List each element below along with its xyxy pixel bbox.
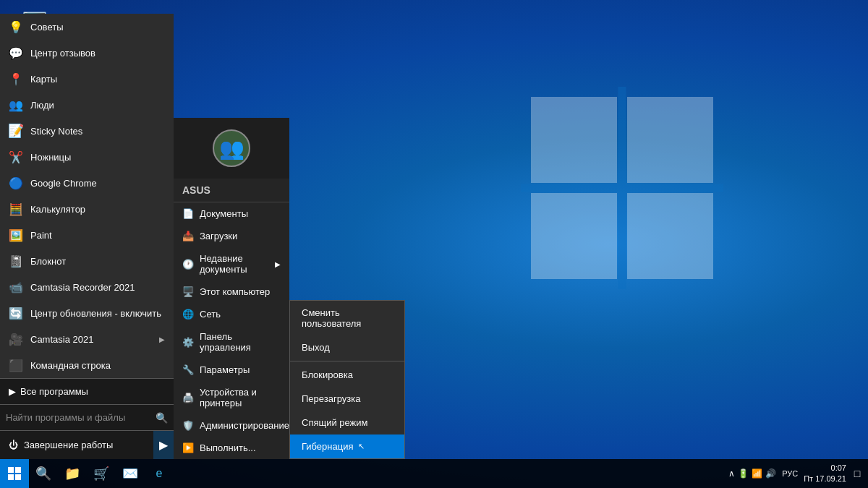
menu-item-camtasia[interactable]: 🎥 Camtasia 2021: [0, 326, 174, 352]
svg-rect-7: [15, 467, 21, 473]
taskbar-tray: ∧ 🔋 📶 🔊: [728, 468, 776, 479]
taskbar-edge-button[interactable]: e: [145, 459, 174, 488]
search-taskbar-icon: 🔍: [35, 466, 51, 481]
calc-icon: 🧮: [9, 202, 23, 216]
power-divider: [290, 361, 404, 361]
start-menu: 💡 Советы 💬 Центр отзывов 📍 Карты 👥 Люди …: [0, 14, 174, 459]
store-icon: 🛒: [93, 466, 109, 481]
settings-icon: 🔧: [182, 364, 194, 375]
taskbar-store-button[interactable]: 🛒: [87, 459, 116, 488]
start-button[interactable]: [0, 459, 29, 488]
switch-user-button[interactable]: Сменить пользователя: [290, 301, 404, 335]
taskbar-mail-button[interactable]: ✉️: [116, 459, 145, 488]
mail-icon: ✉️: [122, 466, 138, 481]
right-downloads[interactable]: 📥 Загрузки: [174, 225, 289, 247]
svg-rect-5: [618, 87, 626, 289]
power-icon: ⏻: [9, 440, 18, 450]
sleep-button[interactable]: Спящий режим: [290, 411, 404, 435]
arrow-right-icon: ▶: [159, 438, 168, 452]
camtasia-icon: 🎥: [9, 332, 23, 346]
windows-logo-watermark: [521, 87, 723, 289]
menu-item-chrome[interactable]: 🔵 Google Chrome: [0, 170, 174, 196]
volume-icon: 🔊: [765, 468, 776, 479]
people-icon: 👥: [9, 98, 23, 112]
svg-rect-8: [8, 474, 14, 480]
update-icon: 🔄: [9, 306, 23, 320]
feedback-icon: 💬: [9, 46, 23, 60]
menu-item-scissors[interactable]: ✂️ Ножницы: [0, 144, 174, 170]
notification-area[interactable]: □: [852, 459, 862, 488]
scissors-icon: ✂️: [9, 150, 23, 164]
camtasia-rec-icon: 📹: [9, 280, 23, 294]
svg-rect-3: [627, 193, 713, 279]
shutdown-arrow-button[interactable]: ▶: [153, 431, 174, 459]
downloads-icon: 📥: [182, 231, 194, 241]
restart-button[interactable]: Перезагрузка: [290, 387, 404, 411]
right-network[interactable]: 🌐 Сеть: [174, 303, 289, 325]
shutdown-button[interactable]: ⏻ Завершение работы: [0, 432, 153, 458]
maps-icon: 📍: [9, 72, 23, 86]
menu-item-notepad[interactable]: 📓 Блокнот: [0, 248, 174, 274]
start-menu-list: 💡 Советы 💬 Центр отзывов 📍 Карты 👥 Люди …: [0, 14, 174, 378]
menu-item-tips[interactable]: 💡 Советы: [0, 14, 174, 40]
menu-item-paint[interactable]: 🖼️ Paint: [0, 222, 174, 248]
right-devices[interactable]: 🖨️ Устройства и принтеры: [174, 381, 289, 414]
svg-rect-6: [8, 467, 14, 473]
clock-date: Пт 17.09.21: [804, 474, 846, 484]
right-recent[interactable]: 🕐 Недавние документы ▶: [174, 247, 289, 281]
hibernate-button[interactable]: Гибернация ↖: [290, 435, 404, 458]
search-area: 🔍: [0, 404, 174, 430]
tray-expand-icon[interactable]: ∧: [728, 468, 735, 479]
taskbar-clock[interactable]: 0:07 Пт 17.09.21: [804, 463, 846, 485]
menu-item-sticky[interactable]: 📝 Sticky Notes: [0, 118, 174, 144]
svg-rect-9: [15, 474, 21, 480]
right-docs[interactable]: 📄 Документы: [174, 202, 289, 225]
taskbar-right-area: ∧ 🔋 📶 🔊 РУС 0:07 Пт 17.09.21 □: [728, 459, 868, 488]
battery-icon: 🔋: [738, 468, 749, 479]
search-icon: 🔍: [156, 412, 168, 424]
tips-icon: 💡: [9, 20, 23, 34]
right-run[interactable]: ▶️ Выполнить...: [174, 437, 289, 459]
paint-icon: 🖼️: [9, 228, 23, 242]
menu-item-cmd[interactable]: ⬛ Командная строка: [0, 352, 174, 378]
thispc-icon: 🖥️: [182, 286, 194, 297]
run-icon: ▶️: [182, 442, 194, 453]
svg-rect-2: [531, 193, 617, 279]
logout-button[interactable]: Выход: [290, 335, 404, 359]
network-icon: 🌐: [182, 309, 194, 320]
taskbar: 🔍 📁 🛒 ✉️ e ∧ 🔋 📶 🔊 РУС 0:07 Пт 17.09.21 …: [0, 459, 868, 488]
all-programs-button[interactable]: ▶ Все программы: [0, 379, 174, 404]
right-admin[interactable]: 🛡️ Администрирование ▶: [174, 414, 289, 437]
menu-item-camtasia-rec[interactable]: 📹 Camtasia Recorder 2021: [0, 274, 174, 300]
menu-item-update[interactable]: 🔄 Центр обновления - включить: [0, 300, 174, 326]
taskbar-search-button[interactable]: 🔍: [29, 459, 58, 488]
svg-rect-0: [531, 97, 617, 183]
power-submenu: Сменить пользователя Выход Блокировка Пе…: [289, 300, 405, 459]
recent-icon: 🕐: [182, 259, 194, 270]
file-explorer-icon: 📁: [64, 466, 80, 481]
menu-item-people[interactable]: 👥 Люди: [0, 92, 174, 118]
user-avatar-area: 👥: [174, 118, 289, 179]
cmd-icon: ⬛: [9, 358, 23, 372]
search-input[interactable]: [6, 412, 156, 423]
right-settings[interactable]: 🔧 Параметры: [174, 359, 289, 381]
avatar: 👥: [213, 129, 250, 167]
language-indicator: РУС: [782, 469, 798, 478]
menu-item-calc[interactable]: 🧮 Калькулятор: [0, 196, 174, 222]
right-control-panel[interactable]: ⚙️ Панель управления: [174, 325, 289, 359]
windows-icon: [8, 467, 21, 480]
docs-icon: 📄: [182, 208, 194, 219]
cursor-pointer-icon: ↖: [358, 442, 365, 451]
svg-rect-1: [627, 97, 713, 183]
network-tray-icon: 📶: [752, 468, 762, 479]
lock-button[interactable]: Блокировка: [290, 363, 404, 387]
clock-time: 0:07: [804, 463, 846, 474]
asus-label: ASUS: [174, 179, 289, 202]
menu-item-maps[interactable]: 📍 Карты: [0, 66, 174, 92]
menu-item-feedback[interactable]: 💬 Центр отзывов: [0, 40, 174, 66]
taskbar-explorer-button[interactable]: 📁: [58, 459, 87, 488]
control-panel-icon: ⚙️: [182, 337, 194, 348]
devices-icon: 🖨️: [182, 393, 194, 403]
right-thispc[interactable]: 🖥️ Этот компьютер: [174, 281, 289, 303]
arrow-right-icon2: ▶: [275, 260, 281, 268]
